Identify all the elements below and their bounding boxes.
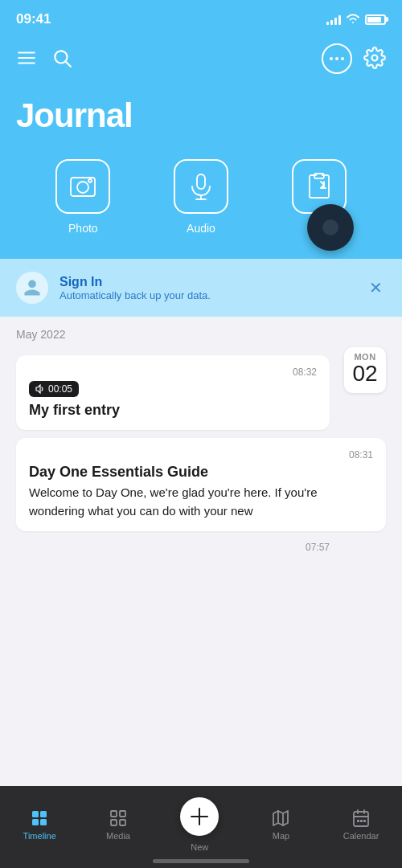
app-title: Journal xyxy=(16,82,386,151)
month-header: May 2022 xyxy=(0,317,402,347)
new-icon xyxy=(180,797,219,836)
svg-rect-19 xyxy=(111,811,117,817)
wifi-icon xyxy=(346,13,360,27)
bottom-nav: Timeline Media New Map xyxy=(0,786,402,868)
signin-subtitle: Automatically back up your data. xyxy=(59,289,355,301)
status-icons xyxy=(326,13,386,27)
svg-rect-18 xyxy=(40,819,47,825)
nav-calendar[interactable]: Calendar xyxy=(335,805,388,844)
svg-rect-15 xyxy=(32,811,39,817)
audio-label: Audio xyxy=(187,222,215,235)
photo-label: Photo xyxy=(68,222,98,235)
date-badge: MON 02 xyxy=(344,347,386,393)
more-icon xyxy=(322,43,352,74)
entry-card-2[interactable]: 08:31 Day One Essentials Guide Welcome t… xyxy=(16,438,386,531)
svg-point-7 xyxy=(77,182,88,193)
menu-button[interactable] xyxy=(16,47,37,71)
audio-duration: 00:05 xyxy=(48,383,72,395)
timeline-nav-label: Timeline xyxy=(23,831,56,841)
signin-title: Sign In xyxy=(59,275,355,289)
svg-marker-23 xyxy=(273,811,288,825)
settings-button[interactable] xyxy=(363,47,386,72)
entry-body-title: Day One Essentials Guide xyxy=(29,464,373,481)
entry-time-1: 08:32 xyxy=(29,366,317,378)
entry-card-1[interactable]: 08:32 00:05 My first entry xyxy=(16,355,330,430)
header-nav-right xyxy=(322,43,386,74)
entry-body-text: Welcome to Day One, we're glad you're he… xyxy=(29,484,373,520)
new-nav-label: New xyxy=(191,842,208,852)
svg-point-5 xyxy=(372,55,378,60)
status-bar: 09:41 xyxy=(0,0,402,35)
entry-time-2: 08:31 xyxy=(29,449,373,461)
more-button[interactable] xyxy=(322,43,352,74)
header: Journal xyxy=(0,35,402,151)
svg-rect-12 xyxy=(314,174,324,178)
audio-action[interactable]: Audio xyxy=(174,159,228,235)
nav-map[interactable]: Map xyxy=(256,805,305,844)
nav-new[interactable]: New xyxy=(172,794,227,855)
entry-group: MON 02 08:32 00:05 My first entry 08:31 … xyxy=(0,347,402,564)
signin-avatar xyxy=(16,272,48,304)
audio-icon xyxy=(187,172,215,201)
svg-rect-26 xyxy=(354,812,368,826)
status-time: 09:41 xyxy=(16,11,51,27)
svg-rect-21 xyxy=(111,820,117,825)
svg-rect-32 xyxy=(363,820,366,822)
timeline-icon xyxy=(28,809,51,828)
audio-icon-box xyxy=(174,159,228,214)
timeline: May 2022 MON 02 08:32 00:05 My first ent… xyxy=(0,317,402,564)
signal-icon xyxy=(326,14,341,25)
entry-title-1: My first entry xyxy=(29,402,317,419)
header-nav xyxy=(16,43,386,82)
svg-point-14 xyxy=(322,219,338,235)
home-indicator xyxy=(0,858,402,868)
svg-point-8 xyxy=(88,179,92,182)
record-icon xyxy=(319,216,342,239)
svg-rect-20 xyxy=(120,811,125,817)
battery-icon xyxy=(365,14,386,25)
user-icon xyxy=(23,278,42,297)
photo-icon-box xyxy=(55,159,110,214)
entry-time-3: 07:57 xyxy=(306,542,330,553)
date-badge-num: 02 xyxy=(347,362,383,387)
nav-timeline[interactable]: Timeline xyxy=(15,805,64,844)
header-nav-left xyxy=(16,47,72,71)
svg-rect-30 xyxy=(357,820,359,822)
settings-icon xyxy=(363,47,386,72)
map-nav-label: Map xyxy=(273,831,289,841)
svg-rect-16 xyxy=(40,811,47,817)
search-button[interactable] xyxy=(51,47,72,71)
signin-banner: Sign In Automatically back up your data.… xyxy=(0,259,402,317)
search-icon xyxy=(51,47,72,71)
svg-rect-9 xyxy=(197,174,205,189)
svg-rect-17 xyxy=(32,819,39,825)
svg-line-4 xyxy=(66,61,71,66)
speaker-icon xyxy=(35,384,45,394)
calendar-nav-label: Calendar xyxy=(343,831,379,841)
signin-text-block: Sign In Automatically back up your data. xyxy=(59,275,355,301)
signin-close-button[interactable]: ✕ xyxy=(366,276,386,299)
svg-rect-22 xyxy=(120,820,125,825)
map-icon xyxy=(269,809,292,828)
record-button[interactable] xyxy=(307,204,354,251)
home-bar xyxy=(153,859,249,863)
photo-icon xyxy=(68,172,97,201)
audio-badge: 00:05 xyxy=(29,381,79,397)
text-icon xyxy=(305,172,334,201)
hamburger-icon xyxy=(16,47,37,71)
nav-media[interactable]: Media xyxy=(94,805,142,844)
calendar-icon xyxy=(350,809,372,828)
media-icon xyxy=(107,809,129,828)
svg-rect-31 xyxy=(360,820,363,822)
media-nav-label: Media xyxy=(106,831,130,841)
photo-action[interactable]: Photo xyxy=(55,159,110,235)
quick-actions: Photo Audio Text xyxy=(0,151,402,259)
